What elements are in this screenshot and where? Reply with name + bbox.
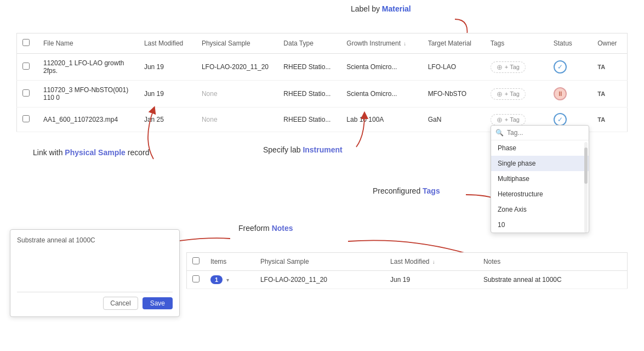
cell-physical: None	[196, 81, 278, 107]
notes-textarea[interactable]: Substrate anneal at 1000C	[17, 236, 173, 292]
dropdown-item-10[interactable]: 10	[491, 217, 589, 233]
dropdown-item-single-phase[interactable]: Single phase	[491, 156, 589, 171]
col-header-status: Status	[548, 33, 592, 54]
cell-growth: Scienta Omicro...	[341, 81, 422, 107]
col-header-datatype: Data Type	[278, 33, 341, 54]
cell-target: GaN	[423, 107, 485, 132]
bottom-table: Items Physical Sample Last Modified ↓ No…	[186, 252, 628, 289]
files-table: File Name Last Modified Physical Sample …	[16, 33, 628, 132]
notes-box: Substrate anneal at 1000C Cancel Save	[10, 229, 180, 317]
dropdown-item-zone-axis[interactable]: Zone Axis	[491, 202, 589, 217]
cancel-button[interactable]: Cancel	[103, 297, 138, 310]
col-header-tags: Tags	[485, 33, 548, 54]
chevron-down-icon[interactable]: ▾	[226, 277, 229, 283]
cell-filename: AA1_600_11072023.mp4	[38, 107, 139, 132]
cell-status: ✓	[548, 54, 592, 81]
status-pause-icon: ⏸	[554, 87, 567, 100]
add-tag-button[interactable]: ⊕+ Tag	[491, 114, 526, 126]
row-checkbox[interactable]	[22, 115, 30, 122]
col-header-growth: Growth Instrument ↓	[341, 33, 422, 54]
bottom-cell-notes: Substrate anneal at 1000C	[478, 271, 628, 289]
bottom-table-row: 1 ▾ LFO-LAO-2020_11_20 Jun 19 Substrate …	[187, 271, 628, 289]
item-badge: 1	[210, 275, 223, 284]
tag-search-row: 🔍	[491, 126, 589, 140]
tag-dropdown: 🔍 Phase Single phase Multiphase Heterost…	[491, 125, 589, 233]
row-checkbox[interactable]	[22, 89, 30, 97]
sort-growth-icon[interactable]: ↓	[403, 41, 406, 47]
add-tag-button[interactable]: ⊕+ Tag	[491, 88, 526, 100]
row-checkbox[interactable]	[22, 63, 30, 70]
bottom-col-notes: Notes	[478, 253, 628, 271]
notes-footer: Cancel Save	[17, 292, 173, 310]
col-header-physical: Physical Sample	[196, 33, 278, 54]
table-row: 110720_3 MFO-NbSTO(001) 110 0 Jun 19 Non…	[17, 81, 628, 107]
cell-status: ⏸	[548, 81, 592, 107]
cell-modified: Jun 19	[139, 54, 196, 81]
cell-datatype: RHEED Statio...	[278, 81, 341, 107]
bottom-row-checkbox[interactable]	[192, 275, 200, 282]
cell-datatype: RHEED Statio...	[278, 54, 341, 81]
cell-tags[interactable]: ⊕+ Tag	[485, 54, 548, 81]
bottom-col-items: Items	[205, 253, 255, 271]
table-row: 112020_1 LFO-LAO growth 2fps. Jun 19 LFO…	[17, 54, 628, 81]
tag-search-input[interactable]	[507, 129, 584, 137]
dropdown-item-multiphase[interactable]: Multiphase	[491, 171, 589, 186]
bottom-select-all[interactable]	[192, 257, 200, 264]
preconfigured-tags-annotation: Preconfigured Tags	[373, 186, 440, 195]
cell-growth: Scienta Omicro...	[341, 54, 422, 81]
col-header-filename: File Name	[38, 33, 139, 54]
cell-filename: 110720_3 MFO-NbSTO(001) 110 0	[38, 81, 139, 107]
col-header-target: Target Material	[423, 33, 485, 54]
owner-badge: TA	[597, 90, 605, 97]
owner-badge: TA	[597, 64, 605, 70]
cell-modified: Jan 25	[139, 107, 196, 132]
cell-growth: Lab 10 100A	[341, 107, 422, 132]
col-header-modified: Last Modified	[139, 33, 196, 54]
cell-physical: LFO-LAO-2020_11_20	[196, 54, 278, 81]
bottom-cell-items: 1 ▾	[205, 271, 255, 289]
cell-owner: TA	[592, 81, 627, 107]
label-by-material-annotation: Label by Material	[351, 4, 411, 13]
bottom-col-modified: Last Modified ↓	[385, 253, 478, 271]
status-check-icon: ✓	[554, 60, 567, 73]
link-physical-annotation: Link with Physical Sample record	[33, 148, 149, 157]
top-table-area: File Name Last Modified Physical Sample …	[16, 33, 628, 132]
dropdown-scrollbar[interactable]	[584, 142, 588, 233]
cell-tags[interactable]: ⊕+ Tag	[485, 81, 548, 107]
specify-lab-annotation: Specify lab Instrument	[263, 145, 343, 154]
bottom-col-physical: Physical Sample	[255, 253, 385, 271]
cell-modified: Jun 19	[139, 81, 196, 107]
dropdown-item-heterostructure[interactable]: Heterostructure	[491, 186, 589, 202]
col-header-owner: Owner	[592, 33, 627, 54]
cell-owner: TA	[592, 107, 627, 132]
cell-target: MFO-NbSTO	[423, 81, 485, 107]
cell-target: LFO-LAO	[423, 54, 485, 81]
bottom-cell-physical: LFO-LAO-2020_11_20	[255, 271, 385, 289]
add-tag-button[interactable]: ⊕+ Tag	[491, 61, 526, 73]
cell-physical: None	[196, 107, 278, 132]
bottom-table-area: Items Physical Sample Last Modified ↓ No…	[186, 252, 628, 289]
cell-owner: TA	[592, 54, 627, 81]
search-icon: 🔍	[495, 129, 504, 137]
owner-badge: TA	[597, 116, 605, 123]
freeform-notes-annotation: Freeform Notes	[238, 224, 293, 233]
status-check-icon: ✓	[554, 113, 567, 126]
select-all-checkbox[interactable]	[22, 39, 30, 46]
bottom-cell-modified: Jun 19	[385, 271, 478, 289]
save-button[interactable]: Save	[143, 297, 173, 309]
dropdown-item-phase[interactable]: Phase	[491, 140, 589, 156]
cell-datatype: RHEED Statio...	[278, 107, 341, 132]
cell-filename: 112020_1 LFO-LAO growth 2fps.	[38, 54, 139, 81]
sort-modified-icon[interactable]: ↓	[432, 259, 435, 265]
